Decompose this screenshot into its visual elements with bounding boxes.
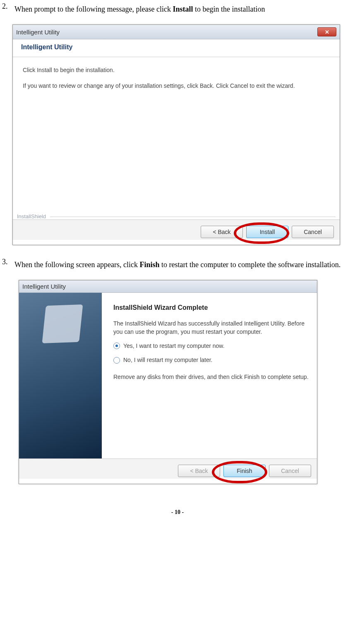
install-button[interactable]: Install: [246, 226, 288, 238]
finish-dialog: Intelligent Utility InstallShield Wizard…: [19, 280, 317, 484]
dialog1-line1: Click Install to begin the installation.: [23, 66, 330, 75]
step2-bold: Install: [173, 5, 193, 13]
cancel-button[interactable]: Cancel: [292, 226, 334, 238]
dialog1-line2: If you want to review or change any of y…: [23, 82, 330, 90]
wizard-logo-icon: [42, 304, 83, 343]
finish-label: Finish: [237, 468, 252, 474]
step-number: 2.: [2, 2, 14, 16]
install-dialog: Intelligent Utility ✕ Intelligent Utilit…: [12, 24, 340, 245]
remove-disks-text: Remove any disks from their drives, and …: [113, 373, 309, 381]
cancel-label: Cancel: [304, 229, 322, 235]
step3-post: to restart the computer to complete the …: [159, 260, 341, 269]
step3-pre: When the following screen appears, click: [14, 260, 139, 269]
restart-later-label: No, I will restart my computer later.: [123, 356, 213, 364]
cancel-button: Cancel: [269, 465, 311, 477]
restart-now-option[interactable]: Yes, I want to restart my computer now.: [113, 342, 309, 350]
close-icon: ✕: [325, 29, 329, 35]
divider: [50, 217, 336, 217]
page-number: - 10 -: [2, 509, 353, 516]
radio-icon: [113, 357, 120, 364]
finish-button[interactable]: Finish: [223, 465, 266, 477]
step3-bold: Finish: [139, 260, 159, 269]
wizard-complete-heading: InstallShield Wizard Complete: [113, 303, 309, 312]
step-text: When the following screen appears, click…: [14, 258, 353, 272]
step2-pre: When prompt to the following message, pl…: [14, 5, 173, 13]
cancel-label: Cancel: [281, 468, 299, 474]
titlebar: Intelligent Utility: [19, 280, 317, 293]
back-button: < Back: [178, 465, 220, 477]
back-label: < Back: [213, 229, 230, 235]
window-title: Intelligent Utility: [22, 283, 66, 290]
install-label: Install: [260, 229, 275, 235]
wizard-complete-para: The InstallShield Wizard has successfull…: [113, 319, 309, 336]
step-text: When prompt to the following message, pl…: [14, 2, 353, 16]
button-row: < Back Finish Cancel: [19, 458, 317, 479]
restart-now-label: Yes, I want to restart my computer now.: [123, 342, 225, 350]
wizard-side-art: [19, 293, 102, 458]
step-number: 3.: [2, 258, 14, 272]
step-3: 3. When the following screen appears, cl…: [2, 258, 353, 272]
step2-post: to begin the installation: [193, 5, 265, 13]
dialog-header: Intelligent Utility: [13, 39, 340, 57]
restart-later-option[interactable]: No, I will restart my computer later.: [113, 356, 309, 364]
back-button[interactable]: < Back: [201, 226, 243, 238]
window-title: Intelligent Utility: [16, 29, 60, 36]
back-label: < Back: [190, 468, 208, 474]
close-button[interactable]: ✕: [317, 27, 336, 36]
button-row: < Back Install Cancel: [13, 219, 340, 240]
radio-icon: [113, 343, 120, 349]
titlebar: Intelligent Utility ✕: [13, 25, 340, 39]
step-2: 2. When prompt to the following message,…: [2, 2, 353, 16]
